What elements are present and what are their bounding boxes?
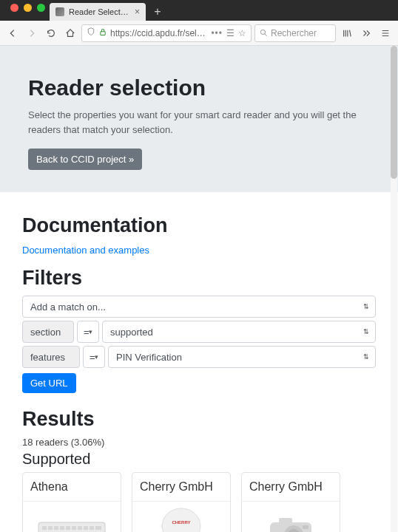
filter-op-section[interactable]: = ▾ [77, 321, 99, 343]
reader-vendor: Cherry GmbH [132, 473, 230, 502]
reader-card[interactable]: Cherry GmbH CHERRY [132, 472, 231, 532]
browser-tab[interactable]: Reader Selection × [50, 3, 146, 21]
library-icon [342, 28, 352, 38]
search-icon [260, 29, 268, 37]
chevron-double-right-icon [361, 28, 371, 38]
arrow-right-icon [27, 28, 37, 38]
svg-rect-5 [54, 526, 58, 530]
svg-rect-0 [101, 32, 105, 35]
chevron-updown-icon: ⇅ [363, 328, 369, 335]
svg-point-1 [260, 30, 265, 34]
back-button[interactable] [4, 25, 21, 41]
reader-vendor: Cherry GmbH [242, 473, 340, 502]
home-icon [65, 28, 75, 38]
get-url-button[interactable]: Get URL [22, 373, 76, 393]
filters-heading: Filters [22, 267, 376, 290]
reader-card[interactable]: Cherry GmbH [241, 472, 340, 532]
svg-rect-7 [66, 526, 70, 530]
maximize-window-icon[interactable] [37, 4, 45, 12]
tab-title: Reader Selection [69, 7, 130, 16]
filter-value-section[interactable]: supported ⇅ [102, 321, 376, 343]
close-tab-icon[interactable]: × [135, 7, 140, 16]
search-placeholder: Rechercher [271, 28, 317, 38]
filter-op-features[interactable]: = ▾ [83, 346, 105, 368]
back-to-project-button[interactable]: Back to CCID project » [28, 149, 142, 170]
svg-text:CHERRY: CHERRY [172, 520, 190, 525]
filter-field-label: features [30, 352, 65, 363]
close-window-icon[interactable] [10, 4, 18, 12]
page-title: Reader selection [28, 75, 370, 100]
filter-field-label: section [30, 327, 61, 338]
hero-section: Reader selection Select the properties y… [0, 46, 398, 192]
svg-rect-4 [48, 526, 53, 530]
hamburger-icon [380, 28, 391, 38]
home-button[interactable] [62, 25, 78, 41]
documentation-heading: Documentation [22, 214, 376, 237]
chevron-updown-icon: ⇅ [363, 353, 369, 361]
svg-rect-9 [78, 526, 82, 530]
forward-button[interactable] [24, 25, 40, 41]
page-viewport: Reader selection Select the properties y… [0, 46, 398, 532]
documentation-link[interactable]: Documentation and examples [22, 245, 149, 256]
minimize-window-icon[interactable] [24, 4, 32, 12]
bookmark-star-icon[interactable]: ☆ [238, 28, 246, 38]
browser-tabbar: Reader Selection × + [0, 0, 398, 21]
svg-rect-12 [95, 526, 101, 530]
filter-field-section[interactable]: section [22, 321, 74, 343]
camera-icon [242, 502, 340, 532]
filters-block: Add a match on... ⇅ section = ▾ supporte… [22, 296, 376, 393]
filter-value-label: PIN Verification [116, 352, 182, 363]
svg-rect-3 [42, 526, 47, 530]
svg-rect-10 [84, 526, 88, 530]
svg-rect-8 [72, 526, 76, 530]
reader-card[interactable]: Athena [22, 472, 121, 532]
reader-cards-row: Athena Cherry GmbH [22, 472, 376, 532]
svg-rect-6 [60, 526, 64, 530]
chevron-updown-icon: ⇅ [363, 303, 369, 310]
overflow-button[interactable] [358, 25, 374, 41]
reader-vendor: Athena [23, 473, 121, 502]
tab-favicon [55, 7, 64, 16]
search-box[interactable]: Rechercher [254, 24, 336, 42]
library-button[interactable] [339, 25, 355, 41]
new-tab-button[interactable]: + [149, 4, 166, 20]
page-actions-icon[interactable]: ••• [211, 28, 223, 38]
results-count: 18 readers (3.06%) [22, 437, 376, 448]
page-subtitle: Select the properties you want for your … [28, 108, 370, 137]
filter-field-features[interactable]: features [22, 346, 80, 368]
scrollbar-thumb[interactable] [391, 46, 397, 179]
chevron-down-icon: ▾ [89, 328, 92, 335]
keyboard-icon [23, 502, 121, 532]
results-group-heading: Supported [22, 451, 376, 468]
lock-icon[interactable] [99, 28, 107, 38]
add-match-placeholder: Add a match on... [30, 301, 106, 313]
add-match-select[interactable]: Add a match on... ⇅ [22, 296, 376, 318]
window-controls [6, 0, 50, 21]
url-bar[interactable]: https://ccid.apdu.fr/select_readers/?s •… [81, 24, 252, 42]
reader-device-icon: CHERRY [132, 502, 230, 532]
results-heading: Results [22, 408, 376, 431]
chevron-down-icon: ▾ [95, 353, 98, 361]
browser-toolbar: https://ccid.apdu.fr/select_readers/?s •… [0, 21, 398, 46]
svg-rect-11 [90, 526, 94, 530]
arrow-left-icon [7, 28, 18, 38]
filter-value-features[interactable]: PIN Verification ⇅ [108, 346, 376, 368]
reader-mode-icon[interactable]: ☰ [226, 28, 235, 38]
reload-icon [46, 28, 56, 38]
url-text: https://ccid.apdu.fr/select_readers/?s [110, 28, 207, 38]
svg-rect-36 [279, 518, 292, 524]
scrollbar[interactable] [391, 46, 397, 532]
shield-icon[interactable] [87, 27, 95, 38]
svg-rect-39 [303, 525, 308, 529]
reload-button[interactable] [43, 25, 59, 41]
filter-value-label: supported [110, 327, 153, 338]
menu-button[interactable] [377, 25, 394, 41]
